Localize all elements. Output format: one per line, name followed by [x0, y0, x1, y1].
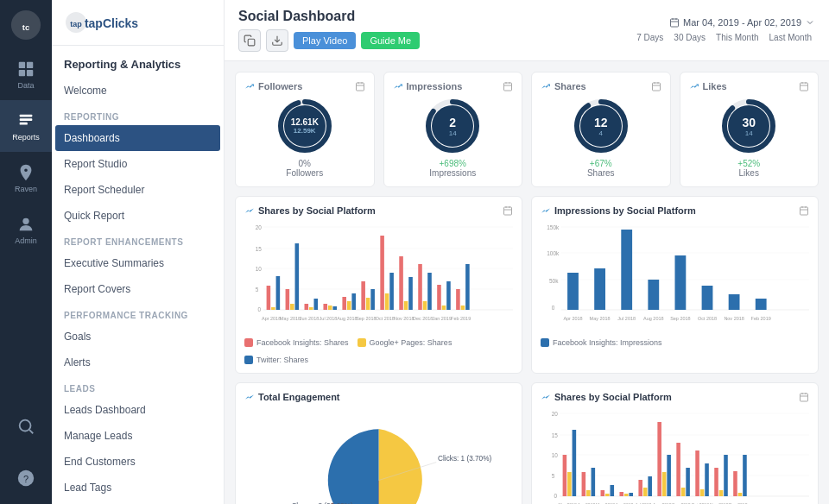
svg-rect-93	[465, 264, 470, 310]
tab-last-month[interactable]: Last Month	[766, 31, 815, 44]
sidebar-item-lead-tags[interactable]: Lead Tags	[52, 475, 224, 501]
sidebar-item-manage-leads[interactable]: Manage Leads	[52, 423, 224, 449]
svg-rect-159	[624, 494, 629, 496]
shares2-chart-card: Shares by Social Platform 20 15 10 5 0	[531, 382, 819, 504]
calendar-icon[interactable]	[355, 81, 365, 91]
svg-rect-29	[504, 83, 512, 91]
svg-text:5: 5	[552, 473, 555, 479]
sidebar-item-dashboards[interactable]: Dashboards	[55, 125, 220, 151]
svg-text:Feb 2019: Feb 2019	[451, 316, 471, 321]
sidebar-item-end-customers[interactable]: End Customers	[52, 449, 224, 475]
date-filter-tabs: 7 Days 30 Days This Month Last Month	[633, 31, 815, 44]
tab-this-month[interactable]: This Month	[712, 31, 762, 44]
sidebar-item-exec-summaries[interactable]: Executive Summaries	[52, 250, 224, 276]
svg-rect-178	[743, 455, 747, 496]
svg-text:50k: 50k	[549, 278, 559, 284]
svg-rect-154	[592, 468, 596, 496]
svg-rect-151	[573, 430, 577, 496]
app-logo: tc	[8, 7, 44, 43]
play-video-button[interactable]: Play Video	[294, 32, 356, 49]
sidebar-item-report-studio[interactable]: Report Studio	[52, 151, 224, 177]
nav-item-help[interactable]: ?	[0, 452, 52, 504]
nav-item-raven[interactable]: Raven	[0, 152, 52, 204]
guide-me-button[interactable]: Guide Me	[361, 32, 420, 49]
calendar-icon-2[interactable]	[503, 81, 513, 91]
header-left: Social Dashboard Play Video Guide Me	[238, 9, 420, 52]
svg-text:Dec 2018: Dec 2018	[413, 316, 433, 321]
sidebar-item-leads-dashboard[interactable]: Leads Dashboard	[52, 397, 224, 423]
legend-fb-shares: Facebook Insights: Shares	[244, 338, 349, 347]
svg-rect-17	[248, 39, 255, 46]
svg-rect-61	[267, 286, 271, 310]
leads-section-label: LEADS	[52, 375, 224, 397]
svg-rect-92	[461, 306, 465, 310]
copy-button[interactable]	[238, 29, 261, 52]
svg-text:100k: 100k	[547, 250, 559, 256]
svg-point-10	[20, 420, 31, 432]
svg-text:Jul 2018: Jul 2018	[320, 316, 338, 321]
header-right: Mar 04, 2019 - Apr 02, 2019 7 Days 30 Da…	[633, 17, 815, 44]
sidebar: tap tapClicks Reporting & Analytics Welc…	[52, 0, 225, 504]
tab-30days[interactable]: 30 Days	[670, 31, 709, 44]
svg-rect-152	[582, 472, 586, 496]
svg-rect-68	[309, 307, 313, 310]
svg-rect-79	[380, 236, 384, 310]
svg-rect-122	[702, 286, 713, 310]
svg-rect-172	[705, 463, 709, 496]
nav-item-search[interactable]	[0, 400, 52, 452]
sidebar-item-report-covers[interactable]: Report Covers	[52, 276, 224, 302]
svg-rect-85	[418, 264, 422, 310]
chart1-calendar-icon[interactable]	[503, 205, 513, 216]
svg-rect-8	[20, 122, 28, 124]
svg-text:Oct 2018: Oct 2018	[698, 316, 717, 321]
svg-text:10: 10	[552, 452, 558, 458]
svg-rect-82	[399, 256, 403, 310]
svg-rect-105	[801, 207, 808, 215]
svg-rect-19	[671, 19, 679, 27]
sidebar-item-welcome[interactable]: Welcome	[52, 78, 224, 104]
sidebar-item-goals[interactable]: Goals	[52, 324, 224, 350]
legend-tw-shares: Twitter: Shares	[244, 356, 308, 364]
impressions-chart-card: Impressions by Social Platform 150k 100k…	[531, 196, 819, 374]
page-title: Social Dashboard	[238, 9, 355, 24]
nav-item-data[interactable]: Data	[0, 48, 52, 100]
sidebar-section-title: Reporting & Analytics	[52, 46, 224, 78]
chart3-calendar-icon[interactable]	[799, 392, 809, 402]
svg-rect-117	[567, 273, 579, 310]
reporting-section-label: REPORTING	[52, 104, 224, 125]
nav-item-admin[interactable]: Admin	[0, 204, 52, 255]
svg-text:tap: tap	[70, 20, 82, 28]
svg-rect-135	[801, 394, 808, 401]
sidebar-item-report-scheduler[interactable]: Report Scheduler	[52, 177, 224, 203]
sidebar-item-alerts[interactable]: Alerts	[52, 350, 224, 375]
kpi-likes-change: +52%	[689, 159, 810, 168]
svg-rect-162	[643, 488, 648, 496]
svg-rect-177	[738, 493, 743, 496]
sidebar-item-quick-report[interactable]: Quick Report	[52, 203, 224, 229]
nav-reports-label: Reports	[12, 133, 40, 142]
svg-rect-165	[662, 472, 667, 496]
main-header: Social Dashboard Play Video Guide Me Mar…	[225, 0, 829, 61]
download-button[interactable]	[266, 29, 288, 52]
svg-rect-80	[385, 293, 389, 310]
chart2-calendar-icon[interactable]	[799, 205, 809, 216]
date-range-display: Mar 04, 2019 - Apr 02, 2019	[669, 17, 815, 28]
nav-raven-label: Raven	[15, 185, 37, 193]
legend-gp-shares: Google+ Pages: Shares	[358, 338, 452, 347]
engagement-pie-chart: Clicks: 1 (3.70%) Shares: 8 (29.63%) Lik…	[244, 407, 513, 504]
svg-rect-166	[667, 455, 671, 496]
tab-7days[interactable]: 7 Days	[633, 31, 667, 44]
nav-item-reports[interactable]: Reports	[0, 100, 52, 152]
svg-text:Jul 2018: Jul 2018	[617, 316, 636, 321]
svg-rect-41	[801, 83, 808, 91]
svg-rect-70	[323, 304, 327, 310]
calendar-icon-3[interactable]	[651, 81, 661, 91]
svg-text:Sep 2018: Sep 2018	[670, 316, 690, 321]
kpi-shares-main: 12	[594, 116, 608, 129]
dashboard-content: Followers 12.61K 12.59K	[225, 61, 829, 504]
calendar-icon-4[interactable]	[799, 81, 809, 91]
kpi-shares-sub: 4	[599, 129, 603, 137]
svg-rect-69	[313, 299, 318, 310]
svg-text:20: 20	[256, 224, 262, 230]
svg-rect-66	[295, 243, 300, 310]
